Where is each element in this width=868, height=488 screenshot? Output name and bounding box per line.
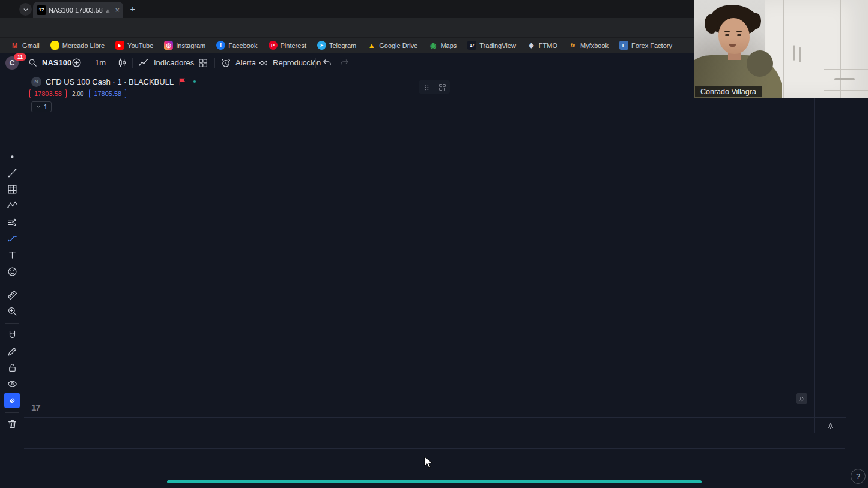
bottom-panel-tabs <box>24 448 845 468</box>
indicators-label: Indicadores <box>154 58 194 67</box>
notification-count-badge: 11 <box>14 53 26 61</box>
fib-grid-icon[interactable] <box>4 182 20 197</box>
tab-title: NAS100 17803.58 ▲ +0.03% Si <box>49 7 112 14</box>
trash-icon[interactable] <box>4 417 20 432</box>
ruler-icon[interactable] <box>4 287 20 303</box>
help-button[interactable]: ? <box>851 469 866 484</box>
bookmark-pinterest[interactable]: PPinterest <box>264 40 311 51</box>
drawing-mode-icon[interactable] <box>4 343 20 359</box>
emoji-icon[interactable] <box>4 264 20 279</box>
zoom-in-icon[interactable] <box>4 304 20 319</box>
bookmark-telegram[interactable]: ➤Telegram <box>313 40 360 51</box>
tab-search-chevron-icon[interactable] <box>19 3 32 16</box>
tradingview-favicon: 17 <box>37 5 46 15</box>
market-status-icon <box>192 79 198 85</box>
maps-icon: ◉ <box>428 41 437 50</box>
drive-icon: ▲ <box>367 41 376 50</box>
price-axis[interactable] <box>814 73 846 417</box>
bookmark-tradingview[interactable]: 17TradingView <box>463 40 520 51</box>
drag-handle-icon[interactable] <box>422 83 431 92</box>
trendline-icon[interactable] <box>4 165 20 181</box>
chart-title: CFD US 100 Cash · 1 · BLACKBULL <box>46 77 174 86</box>
axis-settings-corner[interactable] <box>814 417 846 433</box>
bookmark-label: Maps <box>440 42 457 49</box>
bookmark-label: Forex Factory <box>631 42 672 49</box>
range-toolbar <box>24 433 845 448</box>
tradingview-icon: 17 <box>467 41 476 50</box>
pinterest-icon: P <box>269 41 278 50</box>
bookmark-label: Pinterest <box>281 42 306 49</box>
bookmark-gmail[interactable]: MGmail <box>6 40 44 51</box>
instagram-icon: ◎ <box>164 41 173 50</box>
add-symbol-button[interactable] <box>71 53 82 73</box>
person-hair-tuft <box>705 14 718 34</box>
candle-count-label: 1 <box>44 103 47 110</box>
rewind-icon <box>258 58 269 68</box>
alarm-icon <box>220 58 231 68</box>
sync-drawings-icon[interactable] <box>4 393 20 408</box>
person-hair-tuft <box>751 13 761 29</box>
lock-icon[interactable] <box>4 360 20 376</box>
myfxbook-icon: fx <box>568 41 577 50</box>
flag-icon[interactable] <box>178 77 187 86</box>
chart-type-button[interactable] <box>117 53 128 73</box>
facebook-icon: f <box>216 41 225 50</box>
forecast-icon[interactable] <box>4 214 20 230</box>
price-chart[interactable] <box>24 73 814 417</box>
symbol-logo: N <box>31 77 41 87</box>
undo-button[interactable] <box>322 53 332 73</box>
cursor-dot-icon[interactable] <box>4 149 20 164</box>
layout-grid-button[interactable] <box>198 53 208 73</box>
gear-icon[interactable] <box>826 421 835 430</box>
time-axis[interactable] <box>24 417 814 433</box>
collapse-panel-icon[interactable] <box>796 393 807 404</box>
interval-label: 1m <box>95 58 106 67</box>
bookmark-mercadolibre[interactable]: Mercado Libre <box>46 40 109 51</box>
toolbar-divider <box>5 323 19 324</box>
forexfactory-icon: F <box>619 41 628 50</box>
person-hood <box>747 50 773 77</box>
alert-button[interactable]: Alerta <box>220 53 256 73</box>
new-tab-button[interactable]: + <box>127 4 138 14</box>
bookmark-label: Facebook <box>228 42 257 49</box>
bookmark-drive[interactable]: ▲Google Drive <box>363 40 422 51</box>
toolbar-divider <box>5 283 19 283</box>
webcam-name-label: Conrado Villagra <box>695 86 762 97</box>
trade-buttons: 17803.58 2.00 17805.58 <box>29 88 126 99</box>
candle-count-button[interactable]: 1 <box>31 101 52 112</box>
webcam-overlay: Conrado Villagra <box>694 0 868 98</box>
bookmark-forexfactory[interactable]: FForex Factory <box>615 40 676 51</box>
buy-button[interactable]: 17805.58 <box>89 89 126 98</box>
tab-close-icon[interactable]: × <box>115 6 120 14</box>
redo-button[interactable] <box>339 53 350 73</box>
mouse-cursor <box>424 456 434 472</box>
brush-icon[interactable] <box>4 231 20 247</box>
interval-button[interactable]: 1m <box>95 53 106 73</box>
tradingview-logo[interactable]: 17 <box>31 402 40 412</box>
symbol-search-button[interactable]: NAS100 <box>28 53 71 73</box>
drawing-toolbar <box>0 73 25 488</box>
text-icon[interactable] <box>4 247 20 263</box>
magnet-icon[interactable] <box>4 327 20 343</box>
pattern-xabcd-icon[interactable] <box>4 198 20 214</box>
spread-value: 2.00 <box>70 90 85 98</box>
screen: 17 NAS100 17803.58 ▲ +0.03% Si × + es.tr… <box>0 0 868 488</box>
bookmark-youtube[interactable]: ▸YouTube <box>111 40 157 51</box>
bookmark-instagram[interactable]: ◎Instagram <box>160 40 210 51</box>
bookmark-ftmo[interactable]: ◈FTMO <box>523 40 562 51</box>
youtube-icon: ▸ <box>115 41 124 50</box>
indicators-button[interactable]: Indicadores <box>138 53 205 73</box>
bookmark-myfxbook[interactable]: fxMyfxbook <box>564 40 613 51</box>
bookmark-label: Instagram <box>176 42 205 49</box>
add-layout-icon[interactable] <box>438 83 447 92</box>
indicators-icon <box>138 57 150 68</box>
mercadolibre-icon <box>50 41 59 50</box>
sell-button[interactable]: 17803.58 <box>29 89 67 98</box>
alert-label: Alerta <box>235 58 256 67</box>
replay-button[interactable]: Reproducción <box>258 53 321 73</box>
bookmark-maps[interactable]: ◉Maps <box>424 40 461 51</box>
eye-icon[interactable] <box>4 376 20 392</box>
chart-legend[interactable]: N CFD US 100 Cash · 1 · BLACKBULL <box>31 76 202 87</box>
bookmark-facebook[interactable]: fFacebook <box>212 40 261 51</box>
browser-tab[interactable]: 17 NAS100 17803.58 ▲ +0.03% Si × <box>33 2 123 18</box>
